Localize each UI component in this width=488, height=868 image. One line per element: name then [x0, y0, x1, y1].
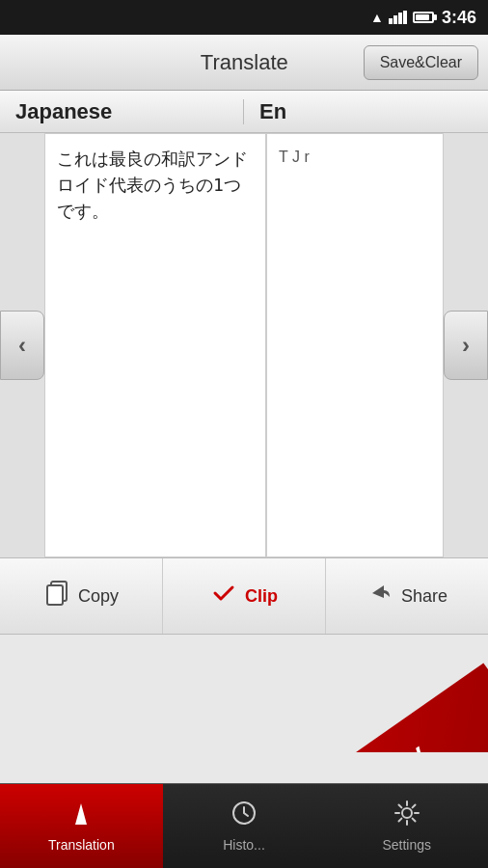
share-icon	[366, 580, 393, 613]
action-row: Copy Clip Share	[0, 557, 488, 635]
clip-button[interactable]: Clip	[163, 558, 326, 634]
clip-icon	[210, 580, 237, 613]
toolbar-title: Translate	[125, 50, 364, 75]
nav-item-settings[interactable]: Settings	[325, 784, 488, 868]
clip-label: Clip	[245, 586, 278, 607]
svg-rect-5	[47, 585, 63, 605]
language-right: En	[244, 99, 488, 124]
bottom-nav: Translation Histo... Settings	[0, 783, 488, 868]
save-clear-button[interactable]: Save&Clear	[364, 45, 478, 80]
status-time: 3:46	[442, 8, 476, 28]
battery-icon	[413, 12, 434, 23]
svg-rect-3	[403, 11, 407, 24]
nav-item-history[interactable]: Histo...	[163, 784, 326, 868]
svg-marker-6	[75, 803, 87, 825]
signal-icon	[389, 11, 408, 24]
nav-label-history: Histo...	[223, 837, 265, 853]
copy-icon	[43, 580, 70, 613]
share-label: Share	[401, 586, 447, 607]
svg-rect-2	[398, 13, 402, 24]
copy-button[interactable]: Copy	[0, 558, 163, 634]
nav-left-button[interactable]: ‹	[0, 311, 44, 380]
content-area: ‹ T J r ›	[0, 133, 488, 557]
share-button[interactable]: Share	[326, 558, 488, 634]
svg-point-8	[402, 808, 412, 818]
status-icons: ▲ 3:46	[370, 8, 476, 28]
nav-item-translation[interactable]: Translation	[0, 784, 163, 868]
chevron-left-icon: ‹	[18, 332, 26, 359]
chevron-right-icon: ›	[462, 332, 470, 359]
language-left: Japanese	[0, 99, 244, 124]
toolbar: Translate Save&Clear	[0, 35, 488, 91]
status-bar: ▲ 3:46	[0, 0, 488, 35]
language-row: Japanese En	[0, 91, 488, 133]
translation-icon	[68, 800, 95, 833]
text-panel-left	[44, 133, 266, 557]
nav-right-button[interactable]: ›	[444, 311, 488, 380]
japanese-text-input[interactable]	[45, 134, 265, 556]
text-panel-right: T J r	[266, 133, 444, 557]
history-icon	[230, 800, 258, 833]
svg-rect-0	[389, 18, 393, 24]
english-text-display: T J r	[267, 134, 443, 556]
nav-label-settings: Settings	[382, 837, 431, 853]
wifi-icon: ▲	[370, 10, 384, 25]
copy-label: Copy	[78, 586, 119, 607]
settings-icon	[393, 800, 420, 833]
svg-rect-1	[393, 15, 397, 24]
nav-label-translation: Translation	[48, 837, 115, 853]
